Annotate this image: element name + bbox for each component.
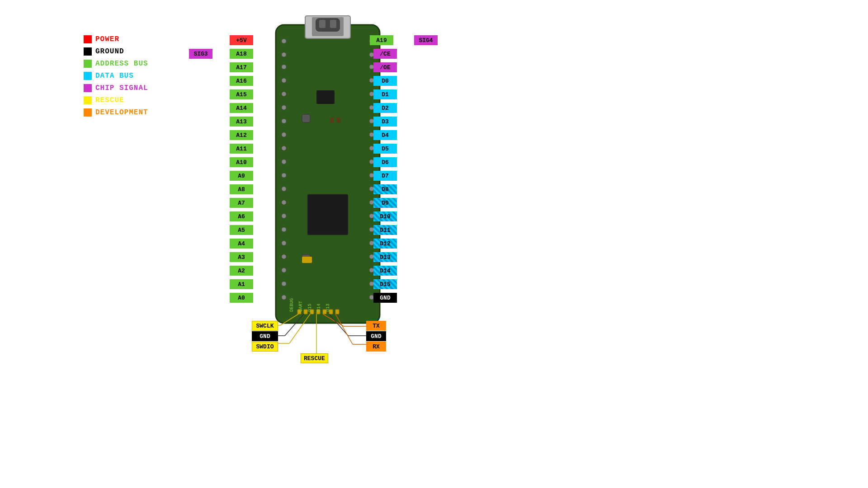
svg-rect-4 xyxy=(319,20,326,28)
svg-point-12 xyxy=(282,119,286,123)
svg-point-19 xyxy=(282,214,286,218)
pin-a14: A14 xyxy=(230,103,253,113)
svg-text:UART: UART xyxy=(298,301,303,312)
pin-a13: A13 xyxy=(230,117,253,127)
board-diagram: DEBUG UART D15 D14 D13 POWER GROUND ADDR… xyxy=(0,0,868,488)
pin-swclk: SWCLK xyxy=(252,321,278,331)
pin-a8: A8 xyxy=(230,184,253,194)
pin-a12: A12 xyxy=(230,130,253,140)
svg-point-14 xyxy=(282,146,286,150)
svg-text:DEBUG: DEBUG xyxy=(289,298,294,312)
rescue-swatch xyxy=(84,96,92,104)
pin-d9: D9 xyxy=(373,198,397,208)
pin-rx: RX xyxy=(366,342,386,352)
pin-swdio: SWDIO xyxy=(252,342,278,352)
pin-a6: A6 xyxy=(230,211,253,221)
pin-gnd-right-bot: GND xyxy=(366,331,386,341)
svg-rect-49 xyxy=(337,117,340,123)
pin-a4: A4 xyxy=(230,239,253,249)
development-swatch xyxy=(84,108,92,117)
svg-point-16 xyxy=(282,173,286,178)
pin-d8: D8 xyxy=(373,184,397,194)
svg-rect-48 xyxy=(330,117,334,123)
svg-point-24 xyxy=(282,282,286,286)
pin-5v: +5V xyxy=(230,35,253,45)
svg-point-21 xyxy=(282,241,286,245)
pin-d13: D13 xyxy=(373,252,397,262)
pin-a7: A7 xyxy=(230,198,253,208)
pin-d4: D4 xyxy=(373,130,397,140)
pin-d1: D1 xyxy=(373,89,397,99)
power-label: POWER xyxy=(95,35,119,43)
svg-point-22 xyxy=(282,254,286,259)
pin-d10: D10 xyxy=(373,211,397,221)
pin-gnd-right: GND xyxy=(373,293,397,303)
pin-ce: /CE xyxy=(373,49,397,59)
svg-rect-59 xyxy=(335,310,339,314)
svg-point-11 xyxy=(282,105,286,110)
pin-d14: D14 xyxy=(373,266,397,276)
pin-d15: D15 xyxy=(373,279,397,289)
pin-a3: A3 xyxy=(230,252,253,262)
svg-rect-47 xyxy=(316,90,335,104)
pin-sig4: SIG4 xyxy=(414,35,438,45)
development-label: DEVELOPMENT xyxy=(95,108,148,117)
chip-signal-swatch xyxy=(84,84,92,92)
legend-data-bus: DATA BUS xyxy=(84,72,134,80)
pin-a5: A5 xyxy=(230,225,253,235)
legend-rescue: RESCUE xyxy=(84,96,124,104)
svg-rect-52 xyxy=(302,257,312,263)
pin-a10: A10 xyxy=(230,157,253,167)
svg-point-10 xyxy=(282,92,286,96)
pin-a18: A18 xyxy=(230,49,253,59)
pin-d3: D3 xyxy=(373,117,397,127)
svg-point-20 xyxy=(282,227,286,232)
ground-label: GROUND xyxy=(95,47,124,56)
svg-rect-5 xyxy=(330,20,336,28)
pin-gnd-left-bot: GND xyxy=(252,331,278,341)
pin-a16: A16 xyxy=(230,76,253,86)
legend-development: DEVELOPMENT xyxy=(84,108,148,117)
svg-text:D13: D13 xyxy=(326,304,330,312)
svg-point-17 xyxy=(282,187,286,191)
svg-point-6 xyxy=(282,39,286,43)
data-bus-swatch xyxy=(84,72,92,80)
legend-address-bus: ADDRESS BUS xyxy=(84,60,148,68)
pin-d7: D7 xyxy=(373,171,397,181)
pin-tx: TX xyxy=(366,321,386,331)
svg-text:D14: D14 xyxy=(316,304,321,312)
chip-signal-label: CHIP SIGNAL xyxy=(95,84,148,92)
svg-point-15 xyxy=(282,160,286,164)
data-bus-label: DATA BUS xyxy=(95,72,134,80)
pin-a9: A9 xyxy=(230,171,253,181)
ground-swatch xyxy=(84,47,92,56)
rescue-label: RESCUE xyxy=(95,96,124,104)
address-bus-swatch xyxy=(84,60,92,68)
svg-point-18 xyxy=(282,200,286,205)
svg-rect-46 xyxy=(307,194,348,235)
legend-ground: GROUND xyxy=(84,47,124,56)
svg-point-8 xyxy=(282,65,286,69)
svg-text:D15: D15 xyxy=(307,304,312,312)
legend-power: POWER xyxy=(84,35,119,43)
legend-chip-signal: CHIP SIGNAL xyxy=(84,84,148,92)
pin-d5: D5 xyxy=(373,144,397,154)
svg-point-23 xyxy=(282,268,286,272)
pin-a15: A15 xyxy=(230,89,253,99)
svg-rect-0 xyxy=(276,25,380,323)
power-swatch xyxy=(84,35,92,43)
pin-a2: A2 xyxy=(230,266,253,276)
pin-a1: A1 xyxy=(230,279,253,289)
address-bus-label: ADDRESS BUS xyxy=(95,60,148,68)
svg-point-25 xyxy=(282,295,286,300)
pin-sig3: SIG3 xyxy=(189,49,212,59)
pin-a17: A17 xyxy=(230,62,253,72)
svg-rect-50 xyxy=(302,114,310,122)
pin-d6: D6 xyxy=(373,157,397,167)
pin-d0: D0 xyxy=(373,76,397,86)
pin-d2: D2 xyxy=(373,103,397,113)
pin-d11: D11 xyxy=(373,225,397,235)
pin-oe: /OE xyxy=(373,62,397,72)
svg-point-13 xyxy=(282,132,286,137)
pin-a0: A0 xyxy=(230,293,253,303)
